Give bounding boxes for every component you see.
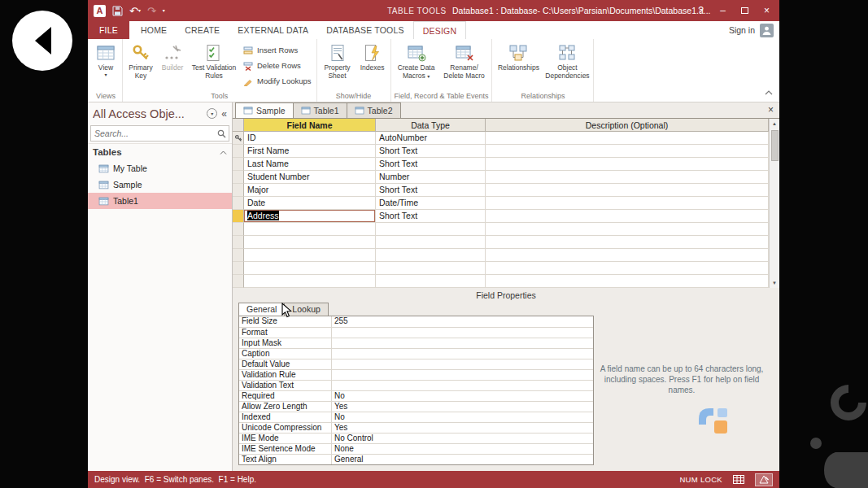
doc-tab-table1[interactable]: Table1	[293, 102, 347, 118]
description-cell[interactable]	[486, 132, 769, 145]
property-value[interactable]: General	[332, 455, 593, 464]
data-type-cell[interactable]	[376, 223, 486, 236]
view-button[interactable]: View ▾	[91, 40, 120, 89]
data-type-cell[interactable]	[376, 249, 486, 262]
scrollbar-thumb[interactable]	[771, 130, 779, 161]
row-selector-current[interactable]	[233, 210, 244, 223]
create-data-macros-button[interactable]: Create Data Macros ▾	[393, 40, 440, 89]
data-type-cell[interactable]: Short Text	[376, 145, 486, 158]
property-value[interactable]: 255	[332, 316, 593, 327]
field-name-cell[interactable]	[244, 236, 376, 249]
collapse-ribbon-icon[interactable]	[765, 84, 773, 98]
close-button[interactable]: ×	[756, 0, 778, 21]
data-type-cell[interactable]: Date/Time	[376, 197, 486, 210]
data-type-cell[interactable]	[376, 236, 486, 249]
tab-create[interactable]: CREATE	[176, 21, 229, 39]
property-value[interactable]	[332, 359, 593, 369]
insert-rows-button[interactable]: Insert Rows	[240, 42, 315, 58]
vertical-scrollbar[interactable]: ▲ ▼	[769, 119, 779, 288]
property-value[interactable]: No Control	[332, 434, 593, 443]
property-value[interactable]: None	[332, 444, 593, 454]
property-value[interactable]	[332, 349, 593, 359]
modify-lookups-button[interactable]: Modify Lookups	[240, 73, 315, 89]
row-selector[interactable]	[233, 223, 244, 236]
field-name-cell[interactable]: Student Number	[244, 171, 376, 184]
tab-external-data[interactable]: EXTERNAL DATA	[229, 21, 317, 39]
customize-qat-icon[interactable]: ▾	[163, 8, 165, 13]
shutter-bar-close-icon[interactable]: «	[221, 108, 227, 120]
data-type-cell[interactable]: Short Text	[376, 158, 486, 171]
row-selector[interactable]	[233, 184, 244, 197]
property-value[interactable]	[332, 328, 593, 338]
description-cell[interactable]	[486, 210, 769, 223]
property-value[interactable]	[332, 381, 593, 390]
save-icon[interactable]	[112, 6, 123, 16]
description-cell[interactable]	[486, 184, 769, 197]
field-name-cell[interactable]: First Name	[244, 145, 376, 158]
search-input[interactable]	[91, 129, 217, 138]
field-name-cell[interactable]	[244, 249, 376, 262]
nav-menu-icon[interactable]: ▾	[207, 108, 217, 119]
rename-delete-macro-button[interactable]: Rename/ Delete Macro	[440, 40, 489, 89]
description-cell[interactable]	[486, 158, 769, 171]
data-type-cell[interactable]	[376, 275, 486, 288]
data-type-cell[interactable]: AutoNumber	[376, 132, 486, 145]
datasheet-view-icon[interactable]	[730, 473, 748, 486]
row-selector[interactable]	[233, 158, 244, 171]
description-cell[interactable]	[486, 145, 769, 158]
field-name-cell[interactable]	[244, 275, 376, 288]
indexes-button[interactable]: Indexes	[356, 40, 389, 89]
field-name-cell[interactable]	[244, 262, 376, 275]
description-cell[interactable]	[486, 249, 769, 262]
scroll-up-icon[interactable]: ▲	[770, 119, 779, 129]
nav-item-my-table[interactable]: My Table	[88, 160, 232, 176]
tab-design[interactable]: DESIGN	[413, 21, 466, 39]
data-type-cell[interactable]: Number	[376, 171, 486, 184]
tab-lookup[interactable]: Lookup	[284, 303, 328, 316]
collapse-group-icon[interactable]	[220, 150, 227, 155]
property-value[interactable]: No	[332, 412, 593, 422]
property-value[interactable]	[332, 338, 593, 348]
property-value[interactable]	[332, 370, 593, 380]
delete-rows-button[interactable]: Delete Rows	[240, 58, 315, 73]
description-cell[interactable]	[486, 262, 769, 275]
grid-selector-header[interactable]	[233, 119, 244, 132]
row-selector[interactable]	[233, 262, 244, 275]
property-sheet-button[interactable]: Property Sheet	[319, 40, 356, 89]
tab-home[interactable]: HOME	[132, 21, 176, 39]
tab-general[interactable]: General	[238, 303, 285, 316]
minimize-button[interactable]: –	[712, 0, 734, 21]
nav-group-tables[interactable]: Tables	[88, 143, 232, 160]
row-selector[interactable]	[233, 197, 244, 210]
relationships-button[interactable]: Relationships	[494, 40, 543, 89]
help-button[interactable]: ?	[690, 0, 712, 21]
data-type-header[interactable]: Data Type	[376, 119, 486, 132]
doc-tab-table2[interactable]: Table2	[347, 102, 401, 118]
property-value[interactable]: Yes	[332, 423, 593, 433]
row-selector[interactable]	[233, 132, 244, 145]
description-cell[interactable]	[486, 275, 769, 288]
data-type-cell[interactable]	[376, 262, 486, 275]
row-selector[interactable]	[233, 171, 244, 184]
tab-database-tools[interactable]: DATABASE TOOLS	[317, 21, 412, 39]
row-selector[interactable]	[233, 249, 244, 262]
description-header[interactable]: Description (Optional)	[486, 119, 769, 132]
field-name-cell-editing[interactable]: Address	[244, 210, 376, 223]
data-type-cell[interactable]: Short Text	[376, 210, 486, 223]
field-name-header[interactable]: Field Name	[244, 119, 376, 132]
property-value[interactable]: No	[332, 391, 593, 401]
sign-in[interactable]: Sign in	[729, 21, 779, 39]
undo-icon[interactable]: ↶▾	[129, 6, 141, 16]
primary-key-button[interactable]: Primary Key	[124, 40, 157, 89]
description-cell[interactable]	[486, 236, 769, 249]
field-name-cell[interactable]: Last Name	[244, 158, 376, 171]
field-name-cell[interactable]: Major	[244, 184, 376, 197]
access-app-icon[interactable]: A	[94, 5, 106, 17]
account-avatar[interactable]	[760, 24, 774, 37]
close-document-icon[interactable]: ×	[768, 104, 774, 115]
data-type-cell[interactable]: Short Text	[376, 184, 486, 197]
nav-item-table1[interactable]: Table1	[88, 193, 232, 209]
description-cell[interactable]	[486, 197, 769, 210]
restore-button[interactable]	[734, 0, 756, 21]
back-button[interactable]	[12, 11, 72, 71]
